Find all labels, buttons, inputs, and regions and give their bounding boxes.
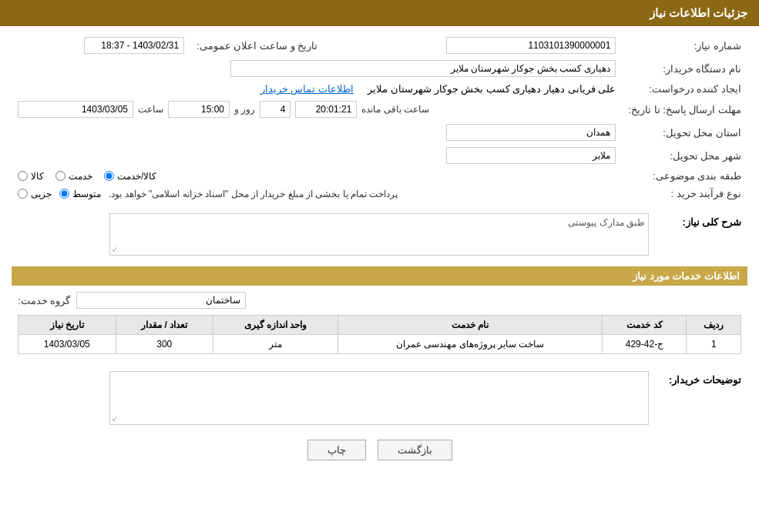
print-button[interactable]: چاپ <box>307 440 366 460</box>
category-goods-label: کالا <box>31 171 44 182</box>
buyer-name-label: نام دستگاه خریدار: <box>622 57 747 80</box>
category-goods-radio[interactable] <box>18 171 28 181</box>
purchase-medium-radio[interactable] <box>59 189 69 199</box>
need-desc-text: طبق مدارک پیوستی <box>568 217 645 228</box>
table-row: 1ج-42-429ساخت سایر پروژه‌های مهندسی عمرا… <box>18 335 741 354</box>
back-button[interactable]: بازگشت <box>378 440 452 460</box>
col-qty: تعداد / مقدار <box>116 316 213 335</box>
category-goods-service-radio[interactable] <box>104 171 114 181</box>
cell-code: ج-42-429 <box>603 335 687 354</box>
purchase-notice: پرداخت تمام یا بخشی از مبلغ خریدار از مح… <box>109 189 398 199</box>
deadline-date-input <box>18 101 133 118</box>
category-goods-service-option[interactable]: کالا/خدمت <box>104 171 156 182</box>
service-group-input <box>76 292 246 309</box>
col-date: تاریخ نیاز <box>18 316 116 335</box>
category-goods-service-label: کالا/خدمت <box>117 171 156 182</box>
service-group-label: گروه خدمت: <box>18 295 70 306</box>
deadline-time-input <box>168 101 230 118</box>
need-number-label: شماره نیاز: <box>622 34 747 57</box>
creator-label: ایجاد کننده درخواست: <box>622 80 747 98</box>
col-code: کد خدمت <box>603 316 687 335</box>
deadline-day-label: روز و <box>234 104 255 115</box>
services-section-title: اطلاعات خدمات مورد نیاز <box>12 266 747 286</box>
category-service-label: خدمت <box>69 171 92 182</box>
deadline-days-input <box>260 101 291 118</box>
city-input <box>446 147 616 164</box>
deadline-remaining-label: ساعت باقی مانده <box>361 104 429 115</box>
province-label: استان محل تحویل: <box>622 121 747 144</box>
purchase-partial-label: جزیی <box>31 189 52 199</box>
col-row: ردیف <box>687 316 741 335</box>
purchase-partial-radio[interactable] <box>18 189 28 199</box>
contact-link[interactable]: اطلاعات تماس خریدار <box>260 83 354 95</box>
need-desc-label: شرح کلی نیاز: <box>682 216 741 228</box>
cell-name: ساخت سایر پروژه‌های مهندسی عمران <box>338 335 603 354</box>
category-label: طبقه بندی موضوعی: <box>622 167 747 185</box>
province-input <box>446 124 616 141</box>
creator-value: علی فریانی دهیار دهیاری کسب بخش جوکار شه… <box>368 83 616 95</box>
page-header: جزئیات اطلاعات نیاز <box>0 0 759 26</box>
cell-unit: متر <box>213 335 338 354</box>
page-title: جزئیات اطلاعات نیاز <box>650 6 747 19</box>
cell-date: 1403/03/05 <box>18 335 116 354</box>
services-table: ردیف کد خدمت نام خدمت واحد اندازه گیری ت… <box>18 315 741 354</box>
col-unit: واحد اندازه گیری <box>213 316 338 335</box>
purchase-partial-option[interactable]: جزیی <box>18 189 52 199</box>
purchase-medium-label: متوسط <box>72 189 101 199</box>
need-number-input <box>446 37 616 54</box>
buyer-name-input <box>230 60 616 77</box>
buyer-desc-label: توضیحات خریدار: <box>669 374 741 386</box>
cell-qty: 300 <box>116 335 213 354</box>
col-name: نام خدمت <box>338 316 603 335</box>
announce-label: تاریخ و ساعت اعلان عمومی: <box>190 34 333 57</box>
deadline-remaining-input <box>295 101 357 118</box>
category-goods-option[interactable]: کالا <box>18 171 44 182</box>
deadline-time-label: ساعت <box>138 104 163 115</box>
announce-value-input <box>84 37 184 54</box>
buttons-row: بازگشت چاپ <box>12 440 747 460</box>
city-label: شهر محل تحویل: <box>622 144 747 167</box>
category-service-radio[interactable] <box>55 171 65 181</box>
category-service-option[interactable]: خدمت <box>55 171 92 182</box>
deadline-label: مهلت ارسال پاسخ: تا تاریخ: <box>622 98 747 121</box>
cell-row: 1 <box>687 335 741 354</box>
purchase-type-label: نوع فرآیند خرید : <box>622 185 747 202</box>
purchase-medium-option[interactable]: متوسط <box>59 189 101 199</box>
